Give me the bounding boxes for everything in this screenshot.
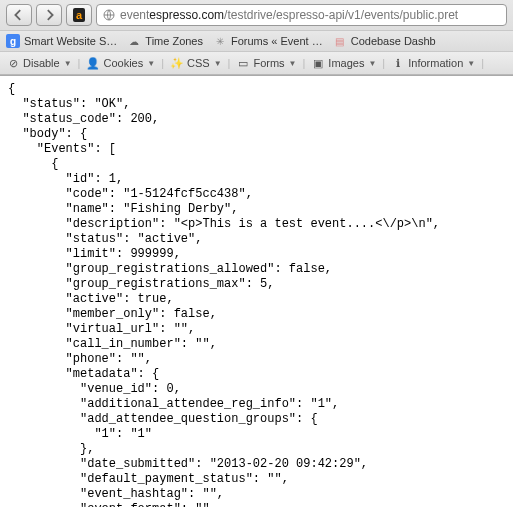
devtools-forms[interactable]: ▭Forms▼ bbox=[236, 56, 296, 70]
forward-button[interactable] bbox=[36, 4, 62, 26]
wand-icon: ✨ bbox=[170, 56, 184, 70]
bookmark-forums[interactable]: ✳ Forums « Event … bbox=[213, 34, 323, 48]
chevron-down-icon: ▼ bbox=[368, 59, 376, 68]
bookmark-time-zones[interactable]: ☁ Time Zones bbox=[127, 34, 203, 48]
info-icon: ℹ bbox=[391, 56, 405, 70]
form-icon: ▭ bbox=[236, 56, 250, 70]
forum-icon: ✳ bbox=[213, 34, 227, 48]
amazon-button[interactable]: a bbox=[66, 4, 92, 26]
url-bar[interactable]: eventespresso.com/testdrive/espresso-api… bbox=[96, 4, 507, 26]
codebase-icon: ▤ bbox=[333, 34, 347, 48]
bookmark-label: Time Zones bbox=[145, 35, 203, 47]
nosign-icon: ⊘ bbox=[6, 56, 20, 70]
chevron-down-icon: ▼ bbox=[289, 59, 297, 68]
bookmark-codebase[interactable]: ▤ Codebase Dashb bbox=[333, 34, 436, 48]
chevron-down-icon: ▼ bbox=[467, 59, 475, 68]
bookmark-smart-website[interactable]: g Smart Website S… bbox=[6, 34, 117, 48]
image-icon: ▣ bbox=[311, 56, 325, 70]
google-icon: g bbox=[6, 34, 20, 48]
bookmark-label: Codebase Dashb bbox=[351, 35, 436, 47]
bookmark-label: Forums « Event … bbox=[231, 35, 323, 47]
devtools-cookies[interactable]: 👤Cookies▼ bbox=[86, 56, 155, 70]
chevron-down-icon: ▼ bbox=[214, 59, 222, 68]
devtools-disable[interactable]: ⊘Disable▼ bbox=[6, 56, 72, 70]
devtools-css[interactable]: ✨CSS▼ bbox=[170, 56, 222, 70]
person-icon: 👤 bbox=[86, 56, 100, 70]
devtools-bar: ⊘Disable▼ | 👤Cookies▼ | ✨CSS▼ | ▭Forms▼ … bbox=[0, 51, 513, 75]
devtools-information[interactable]: ℹInformation▼ bbox=[391, 56, 475, 70]
bookmarks-bar: g Smart Website S… ☁ Time Zones ✳ Forums… bbox=[0, 30, 513, 51]
back-button[interactable] bbox=[6, 4, 32, 26]
chevron-down-icon: ▼ bbox=[147, 59, 155, 68]
bookmark-label: Smart Website S… bbox=[24, 35, 117, 47]
url-text: eventespresso.com/testdrive/espresso-api… bbox=[120, 8, 458, 22]
devtools-images[interactable]: ▣Images▼ bbox=[311, 56, 376, 70]
globe-icon bbox=[103, 9, 115, 21]
chevron-down-icon: ▼ bbox=[64, 59, 72, 68]
cloud-icon: ☁ bbox=[127, 34, 141, 48]
json-response-body: { "status": "OK", "status_code": 200, "b… bbox=[0, 76, 513, 507]
